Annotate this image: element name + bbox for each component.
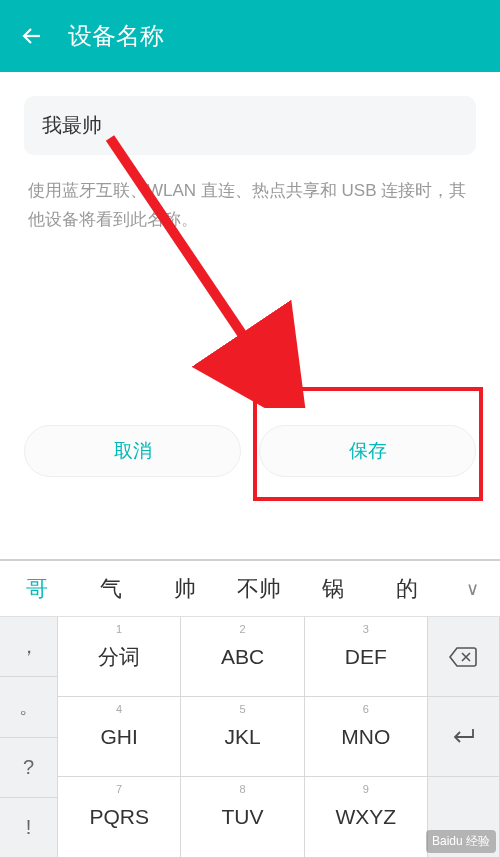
candidate-row: 哥 气 帅 不帅 锅 的 ∨ bbox=[0, 561, 500, 617]
page-title: 设备名称 bbox=[68, 20, 164, 52]
candidate-expand-icon[interactable]: ∨ bbox=[444, 578, 500, 600]
key-5[interactable]: 5JKL bbox=[181, 697, 304, 777]
help-text: 使用蓝牙互联、WLAN 直连、热点共享和 USB 连接时，其他设备将看到此名称。 bbox=[24, 177, 476, 235]
key-2[interactable]: 2ABC bbox=[181, 617, 304, 697]
punct-exclaim-key[interactable]: ! bbox=[0, 798, 58, 857]
button-row: 取消 保存 bbox=[0, 425, 500, 477]
candidate-word[interactable]: 不帅 bbox=[222, 574, 296, 604]
candidate-word[interactable]: 锅 bbox=[296, 574, 370, 604]
key-9[interactable]: 9WXYZ bbox=[305, 777, 428, 857]
punct-period-key[interactable]: 。 bbox=[0, 677, 58, 737]
candidate-word[interactable]: 帅 bbox=[148, 574, 222, 604]
device-name-input[interactable]: 我最帅 bbox=[24, 96, 476, 155]
candidate-word[interactable]: 气 bbox=[74, 574, 148, 604]
candidate-word[interactable]: 的 bbox=[370, 574, 444, 604]
app-header: 设备名称 bbox=[0, 0, 500, 72]
key-7[interactable]: 7PQRS bbox=[58, 777, 181, 857]
key-3[interactable]: 3DEF bbox=[305, 617, 428, 697]
key-6[interactable]: 6MNO bbox=[305, 697, 428, 777]
key-8[interactable]: 8TUV bbox=[181, 777, 304, 857]
keyboard-sidebar: ， 。 ? ! bbox=[0, 617, 58, 857]
save-button[interactable]: 保存 bbox=[259, 425, 476, 477]
punct-comma-key[interactable]: ， bbox=[0, 617, 58, 677]
key-1[interactable]: 1分词 bbox=[58, 617, 181, 697]
key-4[interactable]: 4GHI bbox=[58, 697, 181, 777]
back-button[interactable] bbox=[18, 22, 46, 50]
backspace-key[interactable] bbox=[428, 617, 500, 697]
cancel-button[interactable]: 取消 bbox=[24, 425, 241, 477]
candidate-word[interactable]: 哥 bbox=[0, 574, 74, 604]
content-area: 我最帅 使用蓝牙互联、WLAN 直连、热点共享和 USB 连接时，其他设备将看到… bbox=[0, 72, 500, 259]
enter-key[interactable] bbox=[428, 697, 500, 777]
watermark-badge: Baidu 经验 bbox=[426, 830, 496, 853]
keyboard: 哥 气 帅 不帅 锅 的 ∨ ， 。 ? ! 1分词 2ABC 3DEF 4GH… bbox=[0, 559, 500, 857]
punct-question-key[interactable]: ? bbox=[0, 738, 58, 798]
